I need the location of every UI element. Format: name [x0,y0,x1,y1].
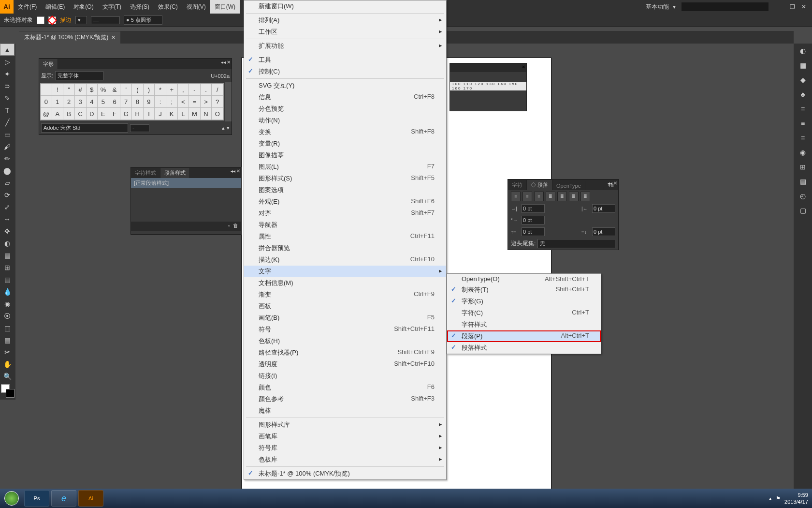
glyph-cell[interactable]: @ [41,108,52,120]
paragraph-tab[interactable]: ◇ 段落 [527,180,552,190]
glyphs-tab[interactable]: 字形 [39,59,58,69]
tray-icon[interactable]: ▴ [769,495,772,502]
menu-swatchlibs[interactable]: 色板库▸ [244,454,446,465]
background-color[interactable] [6,389,14,398]
menu-file[interactable]: 文件(F) [14,0,41,14]
glyph-cell[interactable]: O [212,108,223,120]
menu-tools[interactable]: ✓工具 [244,54,446,66]
indent-left-field[interactable]: 0 pt [522,204,545,213]
panel-icon-8[interactable]: ◉ [794,145,812,160]
zoom-tool[interactable]: 🔍 [0,370,14,382]
panel-icon-3[interactable]: ◆ [794,73,812,87]
artboard-tool[interactable]: ▤ [0,334,14,346]
menu-artboards[interactable]: 画板 [244,300,446,312]
start-button[interactable] [0,489,23,508]
scale-tool[interactable]: ⤢ [0,201,14,213]
char-tab[interactable]: 字符 [508,180,527,190]
blob-brush-tool[interactable]: ⬤ [0,164,14,177]
glyph-cell[interactable]: 0 [41,96,52,108]
menu-color[interactable]: 颜色F6 [244,382,446,393]
stroke-swatch[interactable] [48,16,56,24]
menu-trace[interactable]: 图像描摹 [244,149,446,161]
minimize-button[interactable]: — [776,3,785,10]
slice-tool[interactable]: ✂ [0,346,14,358]
submenu-glyphs[interactable]: ✓字形(G) [447,296,601,307]
menu-swatches[interactable]: 色板(H) [244,335,446,347]
workspace-dropdown-icon[interactable]: ▾ [673,3,676,10]
menu-svg[interactable]: SVG 交互(Y) [244,80,446,91]
panel-collapse-icon[interactable]: ◂◂ [608,180,612,186]
char-styles-tab[interactable]: 字符样式 [131,168,160,178]
paintbrush-tool[interactable]: 🖌 [0,140,14,152]
glyph-cell[interactable]: I [144,108,155,120]
menu-navigator[interactable]: 导航器 [244,219,446,231]
pen-tool[interactable]: ✎ [0,92,14,104]
glyph-cell[interactable]: ? [212,96,223,108]
align-center-button[interactable]: ≡ [522,192,532,201]
glyph-cell[interactable]: L [178,108,189,120]
tray-flag-icon[interactable]: ⚑ [776,495,781,502]
glyph-cell[interactable]: / [212,84,223,96]
task-photoshop[interactable]: Ps [24,490,49,507]
perspective-tool[interactable]: ▦ [0,249,14,261]
para-styles-tab[interactable]: 段落样式 [160,168,190,178]
panel-icon-6[interactable]: ≡ [794,116,812,131]
glyph-cell[interactable]: C [75,108,87,120]
glyph-cell[interactable]: , [178,84,189,96]
menu-pathfinder[interactable]: 路径查找器(P)Shift+Ctrl+F9 [244,347,446,359]
menu-select[interactable]: 选择(S) [126,0,154,14]
glyph-cell[interactable]: * [155,84,166,96]
menu-flattener[interactable]: 拼合器预览 [244,242,446,254]
glyph-cell[interactable]: A [52,108,64,120]
glyph-cell[interactable]: ; [166,96,178,108]
blend-tool[interactable]: ◉ [0,298,14,310]
glyph-cell[interactable]: 8 [132,96,144,108]
submenu-charstyle[interactable]: 字符样式 [447,319,601,330]
justify-all-button[interactable]: ≣ [580,192,590,201]
justify-left-button[interactable]: ≣ [546,192,555,201]
glyph-cell[interactable]: 9 [144,96,155,108]
hand-tool[interactable]: ✋ [0,358,14,370]
menu-gstylelibs[interactable]: 图形样式库▸ [244,419,446,431]
submenu-char[interactable]: 字符(C)Ctrl+T [447,307,601,319]
menu-gradient[interactable]: 渐变Ctrl+F9 [244,289,446,300]
panel-close-icon[interactable]: ✕ [236,168,240,174]
menu-effect[interactable]: 效果(C) [154,0,182,14]
pencil-tool[interactable]: ✏ [0,152,14,164]
glyph-cell[interactable]: 7 [120,96,132,108]
glyph-cell[interactable]: J [155,108,166,120]
menu-brushes[interactable]: 画笔(B)F5 [244,312,446,324]
task-ie[interactable]: e [51,490,76,507]
menu-actions[interactable]: 动作(N) [244,115,446,126]
clock[interactable]: 9:59 2013/4/17 [784,492,808,505]
panel-icon-4[interactable]: ♣ [794,87,812,102]
brush-dropdown[interactable]: ● 5 点圆形 [124,15,162,25]
menu-arrange[interactable]: 排列(A)▸ [244,15,446,26]
maximize-button[interactable]: ❐ [788,3,797,10]
type-tool[interactable]: T [0,104,14,116]
menu-layers[interactable]: 图层(L)F7 [244,161,446,173]
align-left-button[interactable]: ≡ [511,192,521,201]
glyph-cell[interactable]: G [120,108,132,120]
menu-window[interactable]: 窗口(W) [210,0,240,14]
glyph-cell[interactable]: $ [87,84,98,96]
menu-transform[interactable]: 变换Shift+F8 [244,126,446,138]
glyph-cell[interactable]: # [75,84,87,96]
glyph-cell[interactable]: K [166,108,178,120]
space-before-field[interactable]: 0 pt [522,227,545,236]
panel-icon-5[interactable]: ≡ [794,102,812,116]
menu-appearance[interactable]: 外观(E)Shift+F6 [244,196,446,208]
stroke-weight-dropdown[interactable]: ▾ [75,16,87,24]
panel-icon-12[interactable]: ▢ [794,203,812,218]
submenu-parastyle[interactable]: ✓段落样式 [447,342,601,354]
panel-icon-7[interactable]: ≡ [794,131,812,145]
glyph-cell[interactable]: % [98,84,109,96]
glyph-cell[interactable]: 1 [52,96,64,108]
menu-symbollibs[interactable]: 符号库▸ [244,442,446,454]
menu-view[interactable]: 视图(V) [182,0,210,14]
glyph-cell[interactable] [41,84,52,96]
opentype-tab[interactable]: OpenType [552,181,585,190]
gradient-tool[interactable]: ▤ [0,273,14,285]
glyph-cell[interactable]: 3 [75,96,87,108]
glyph-cell[interactable]: + [166,84,178,96]
